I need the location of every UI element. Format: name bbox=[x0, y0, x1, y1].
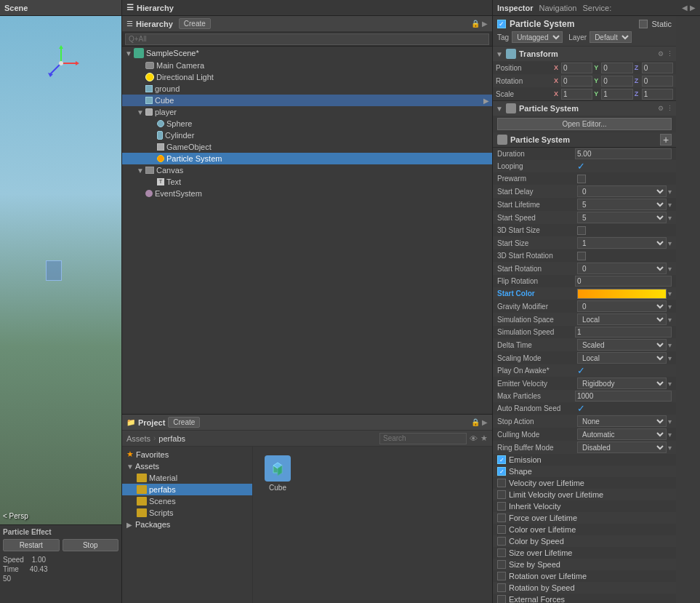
sizelt-checkbox[interactable] bbox=[497, 548, 506, 557]
colorlt-checkbox[interactable] bbox=[497, 525, 506, 534]
project-search-input[interactable] bbox=[379, 433, 467, 444]
particle-system-section-header[interactable]: ▼ Particle System ⚙ ⋮ bbox=[493, 101, 676, 116]
rotspeed-module[interactable]: Rotation by Speed bbox=[493, 582, 676, 594]
eventsystem-item[interactable]: EventSystem bbox=[122, 188, 492, 199]
limitvel-module[interactable]: Limit Velocity over Lifetime bbox=[493, 489, 676, 500]
sphere-item[interactable]: Sphere bbox=[122, 118, 492, 129]
favorites-item[interactable]: ★ Favorites bbox=[122, 448, 252, 460]
pos-y-input[interactable] bbox=[601, 63, 632, 73]
startspeed-dropdown[interactable]: 5 bbox=[577, 212, 667, 223]
stopaction-dropdown[interactable]: None bbox=[577, 415, 667, 427]
packages-item[interactable]: ▶ Packages bbox=[122, 519, 252, 530]
colorspeed-module[interactable]: Color by Speed bbox=[493, 535, 676, 547]
rot-y-input[interactable] bbox=[601, 76, 632, 87]
rot-z-input[interactable] bbox=[642, 76, 673, 87]
looping-check[interactable]: ✓ bbox=[577, 161, 585, 172]
shape-module[interactable]: ✓ Shape bbox=[493, 466, 676, 477]
text-item[interactable]: T Text bbox=[122, 176, 492, 188]
sizespeed-module[interactable]: Size by Speed bbox=[493, 559, 676, 570]
project-star-icon[interactable]: ★ bbox=[480, 434, 488, 443]
inheritvel-module[interactable]: Inherit Velocity bbox=[493, 500, 676, 512]
vel-lifetime-module[interactable]: Velocity over Lifetime bbox=[493, 477, 676, 489]
colorspeed-checkbox[interactable] bbox=[497, 537, 506, 546]
rotlt-checkbox[interactable] bbox=[497, 572, 506, 580]
navigation-tab[interactable]: Navigation bbox=[539, 4, 577, 12]
cube-item[interactable]: Cube ▶ bbox=[122, 95, 492, 106]
rot-x-input[interactable] bbox=[561, 76, 592, 87]
autorandom-check[interactable]: ✓ bbox=[577, 403, 585, 414]
vel-lifetime-checkbox[interactable] bbox=[497, 479, 506, 487]
hierarchy-create-btn[interactable]: Create bbox=[179, 18, 211, 29]
emission-checkbox[interactable]: ✓ bbox=[497, 455, 506, 464]
layer-dropdown[interactable]: Default bbox=[590, 31, 632, 43]
startlife-dropdown[interactable]: 5 bbox=[577, 199, 667, 210]
scene-viewport[interactable]: < Persp bbox=[0, 16, 121, 524]
perfabs-folder-item[interactable]: perfabs bbox=[122, 484, 252, 495]
prewarm-checkbox[interactable] bbox=[577, 175, 586, 183]
material-folder-item[interactable]: Material bbox=[122, 472, 252, 484]
culling-dropdown[interactable]: Automatic bbox=[577, 428, 667, 440]
static-checkbox[interactable] bbox=[639, 20, 648, 28]
playawake-check[interactable]: ✓ bbox=[577, 365, 585, 376]
shape-checkbox[interactable]: ✓ bbox=[497, 467, 506, 476]
pos-x-input[interactable] bbox=[561, 63, 592, 73]
ps-section-btn1[interactable]: ⚙ bbox=[658, 105, 664, 112]
startrot-dropdown[interactable]: 0 bbox=[577, 263, 667, 274]
simspeed-input[interactable] bbox=[575, 327, 672, 338]
pos-z-input[interactable] bbox=[642, 63, 673, 73]
scale-x-input[interactable] bbox=[561, 89, 592, 100]
project-create-btn[interactable]: Create bbox=[168, 417, 200, 428]
ringbuf-dropdown[interactable]: Disabled bbox=[577, 442, 667, 453]
player-item[interactable]: ▼ player bbox=[122, 106, 492, 118]
simspace-dropdown[interactable]: Local bbox=[577, 314, 667, 325]
extforce-module[interactable]: External Forces bbox=[493, 594, 676, 603]
inheritvel-checkbox[interactable] bbox=[497, 502, 506, 511]
canvas-item[interactable]: ▼ Canvas bbox=[122, 164, 492, 176]
ps-section-btn2[interactable]: ⋮ bbox=[667, 105, 673, 112]
scenes-folder-item[interactable]: Scenes bbox=[122, 495, 252, 507]
dir-light-item[interactable]: Directional Light bbox=[122, 71, 492, 83]
colorlt-module[interactable]: Color over Lifetime bbox=[493, 524, 676, 535]
ground-item[interactable]: ground bbox=[122, 83, 492, 95]
fliprot-input[interactable] bbox=[575, 276, 672, 287]
gameobject-item[interactable]: GameObject bbox=[122, 141, 492, 153]
assets-root-item[interactable]: ▼ Assets bbox=[122, 460, 252, 472]
scalingmode-dropdown[interactable]: Local bbox=[577, 352, 667, 364]
rotspeed-checkbox[interactable] bbox=[497, 583, 506, 592]
deltatime-dropdown[interactable]: Scaled bbox=[577, 339, 667, 351]
transform-btn2[interactable]: ⋮ bbox=[667, 50, 673, 57]
limitvel-checkbox[interactable] bbox=[497, 490, 506, 499]
particle-system-item[interactable]: Particle System bbox=[122, 153, 492, 164]
maxpart-input[interactable] bbox=[575, 391, 672, 402]
duration-input[interactable] bbox=[575, 148, 672, 159]
ps-add-btn[interactable]: + bbox=[660, 134, 672, 145]
sizelt-module[interactable]: Size over Lifetime bbox=[493, 547, 676, 559]
scale-y-input[interactable] bbox=[601, 89, 632, 100]
extforce-checkbox[interactable] bbox=[497, 595, 506, 603]
scripts-folder-item[interactable]: Scripts bbox=[122, 507, 252, 519]
forcelt-module[interactable]: Force over Lifetime bbox=[493, 512, 676, 524]
rotlt-module[interactable]: Rotation over Lifetime bbox=[493, 570, 676, 582]
project-eye-icon[interactable]: 👁 bbox=[470, 434, 478, 443]
transform-btn1[interactable]: ⚙ bbox=[658, 50, 664, 57]
hierarchy-search-input[interactable] bbox=[125, 33, 489, 45]
startcolor-swatch[interactable] bbox=[577, 289, 667, 299]
stop-button[interactable]: Stop bbox=[63, 539, 119, 551]
scale-z-input[interactable] bbox=[642, 89, 673, 100]
open-editor-btn[interactable]: Open Editor... bbox=[497, 118, 672, 130]
emitvel-dropdown[interactable]: Rigidbody bbox=[577, 378, 667, 389]
scene-root-item[interactable]: ▼ SampleScene* bbox=[122, 47, 492, 60]
main-camera-item[interactable]: Main Camera bbox=[122, 60, 492, 71]
startsize-dropdown[interactable]: 1 bbox=[577, 237, 667, 249]
3dsize-checkbox[interactable] bbox=[577, 226, 586, 235]
tag-dropdown[interactable]: Untagged bbox=[512, 31, 563, 43]
restart-button[interactable]: Restart bbox=[3, 539, 60, 551]
forcelt-checkbox[interactable] bbox=[497, 514, 506, 522]
cylinder-item[interactable]: Cylinder bbox=[122, 129, 492, 141]
component-enabled-checkbox[interactable]: ✓ bbox=[497, 20, 506, 28]
3drot-checkbox[interactable] bbox=[577, 252, 586, 260]
gravity-dropdown[interactable]: 0 bbox=[577, 300, 667, 312]
service-tab[interactable]: Service: bbox=[583, 4, 612, 12]
startdelay-dropdown[interactable]: 0 bbox=[577, 185, 667, 197]
emission-module[interactable]: ✓ Emission bbox=[493, 454, 676, 466]
